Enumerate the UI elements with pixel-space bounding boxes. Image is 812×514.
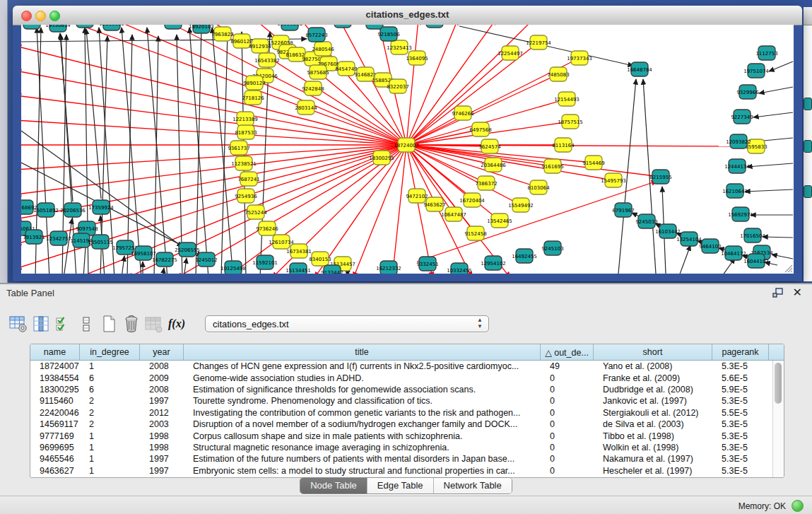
graph-node[interactable]: 2718126 bbox=[242, 90, 264, 105]
citation-graph[interactable]: 1872400718300295796382289601288912934152… bbox=[21, 25, 794, 274]
graph-node[interactable]: 18920103 bbox=[189, 25, 214, 33]
citation-edge-red[interactable] bbox=[21, 145, 406, 170]
graph-node[interactable]: 2480546 bbox=[312, 42, 334, 56]
citation-edge-red[interactable] bbox=[406, 53, 510, 145]
graph-node[interactable]: 16212332 bbox=[376, 261, 401, 274]
graph-node[interactable]: 10332455 bbox=[447, 263, 472, 274]
citation-edge-red[interactable] bbox=[406, 99, 567, 145]
network-canvas[interactable]: 1872400718300295796382289601288912934152… bbox=[21, 25, 794, 274]
row-select-icon[interactable] bbox=[54, 314, 73, 334]
graph-node[interactable]: 9329966 bbox=[736, 85, 759, 99]
delete-table-icon[interactable] bbox=[122, 314, 141, 334]
graph-node[interactable]: 15692971 bbox=[728, 207, 753, 221]
citation-edge-red[interactable] bbox=[406, 25, 458, 145]
graph-node[interactable]: 9890127 bbox=[243, 76, 265, 90]
graph-node[interactable]: 18757515 bbox=[558, 115, 583, 129]
table-row[interactable]: 2242004622012Investigating the contribut… bbox=[30, 407, 784, 419]
graph-node[interactable]: 9361737 bbox=[228, 141, 249, 155]
graph-node[interactable]: 12342757 bbox=[46, 231, 71, 245]
graph-node[interactable]: 9313957 bbox=[73, 25, 95, 28]
close-panel-icon[interactable]: ✕ bbox=[793, 286, 802, 299]
graph-node[interactable]: 16648784 bbox=[627, 62, 652, 76]
tab-node-table[interactable]: Node Table bbox=[300, 478, 367, 493]
scrollbar-thumb[interactable] bbox=[775, 363, 782, 404]
graph-node[interactable]: 9472102 bbox=[406, 189, 428, 203]
resize-grip[interactable] bbox=[783, 263, 793, 273]
graph-node[interactable]: 15134451 bbox=[286, 263, 311, 274]
graph-node[interactable]: 9152458 bbox=[464, 226, 486, 240]
table-row[interactable]: 1938455462009Genome-wide association stu… bbox=[30, 372, 784, 383]
citation-edge-red[interactable] bbox=[392, 145, 406, 274]
graph-node[interactable]: 16492455 bbox=[512, 249, 537, 263]
column-header-pagerank[interactable]: pagerank bbox=[712, 344, 769, 360]
table-row[interactable]: 946362711997Embryonic stem cells: a mode… bbox=[30, 465, 784, 477]
table-row[interactable]: 969969511998Structural magnetic resonanc… bbox=[30, 442, 784, 453]
function-builder-icon[interactable]: f(x) bbox=[167, 314, 187, 334]
graph-node[interactable]: 11592101 bbox=[252, 255, 278, 269]
graph-node[interactable]: 12325413 bbox=[387, 40, 412, 54]
graph-node[interactable]: 9227349 bbox=[731, 110, 753, 124]
graph-node[interactable]: 16543382 bbox=[254, 53, 280, 67]
graph-node[interactable]: 17016504 bbox=[740, 228, 765, 243]
graph-node[interactable]: 6791967 bbox=[612, 203, 634, 217]
graph-node[interactable]: 20206536 bbox=[60, 203, 86, 217]
citation-edge-red[interactable] bbox=[21, 46, 406, 145]
column-header-year[interactable]: year bbox=[140, 344, 184, 360]
citation-edge-black[interactable] bbox=[759, 87, 793, 93]
graph-node[interactable]: 12219754 bbox=[526, 35, 551, 49]
graph-node[interactable]: 3913921 bbox=[23, 230, 45, 244]
graph-node[interactable]: 15723948 bbox=[330, 25, 355, 28]
citation-edge-black[interactable] bbox=[763, 237, 793, 238]
graph-node[interactable]: 9133442 bbox=[321, 265, 343, 274]
graph-node[interactable]: 18813051 bbox=[422, 25, 447, 28]
citation-edge-black[interactable] bbox=[189, 28, 208, 274]
citation-edge-black[interactable] bbox=[163, 268, 164, 274]
merge-rows-icon[interactable] bbox=[76, 314, 96, 334]
graph-node[interactable]: 16053809 bbox=[277, 25, 302, 30]
graph-node[interactable]: 9161695 bbox=[541, 159, 563, 173]
graph-node[interactable]: 15495793 bbox=[601, 173, 626, 187]
graph-node[interactable]: 8572243 bbox=[305, 28, 327, 42]
graph-node[interactable]: 9218506 bbox=[377, 27, 400, 41]
graph-node[interactable]: 12135389 bbox=[99, 25, 124, 30]
vertical-scrollbar[interactable] bbox=[772, 361, 784, 477]
graph-node[interactable]: 9254936 bbox=[235, 189, 257, 203]
graph-node[interactable]: 7687241 bbox=[237, 172, 259, 186]
graph-node[interactable]: 9154469 bbox=[582, 156, 604, 170]
table-row[interactable]: 1830029562008Estimation of significance … bbox=[30, 384, 784, 395]
column-header-title[interactable]: title bbox=[184, 344, 541, 360]
citation-edge-black[interactable] bbox=[122, 256, 124, 274]
graph-node[interactable]: 1364095 bbox=[406, 51, 428, 65]
graph-node[interactable]: 1112753 bbox=[755, 46, 777, 60]
table-row[interactable]: 946554611997Estimation of the future num… bbox=[30, 453, 784, 465]
graph-node[interactable]: 9245012 bbox=[195, 252, 217, 267]
tab-network-table[interactable]: Network Table bbox=[434, 478, 512, 493]
table-row[interactable]: 911546021997Tourette syndrome. Phenomeno… bbox=[30, 395, 784, 407]
citation-edge-black[interactable] bbox=[745, 189, 793, 192]
citation-edge-black[interactable] bbox=[86, 29, 101, 199]
graph-node[interactable]: 8340153 bbox=[309, 252, 331, 266]
citation-edge-black[interactable] bbox=[753, 112, 793, 117]
graph-node[interactable]: 11238521 bbox=[231, 156, 257, 170]
table-select-dropdown[interactable]: citations_edges.txt ▲▼ bbox=[205, 315, 489, 332]
graph-node[interactable]: 8113164 bbox=[552, 138, 575, 152]
tab-edge-table[interactable]: Edge Table bbox=[367, 478, 434, 493]
table-settings-icon[interactable] bbox=[8, 314, 28, 334]
citation-edge-black[interactable] bbox=[769, 62, 793, 71]
graph-node[interactable]: 8322037 bbox=[387, 79, 408, 93]
graph-node[interactable]: 9245033 bbox=[635, 214, 657, 228]
column-header-name[interactable]: name bbox=[30, 344, 80, 360]
graph-node[interactable]: 16210643 bbox=[722, 184, 748, 198]
graph-node[interactable]: 12444134 bbox=[724, 159, 750, 173]
graph-node[interactable]: 8187533 bbox=[235, 125, 257, 139]
graph-node[interactable]: 9463627 bbox=[423, 197, 445, 211]
graph-node[interactable]: 7525244 bbox=[245, 205, 267, 219]
new-table-icon[interactable] bbox=[99, 314, 119, 334]
graph-node[interactable]: 3624574 bbox=[478, 139, 501, 153]
network-window-titlebar[interactable]: citations_edges.txt bbox=[13, 6, 802, 25]
graph-node[interactable]: 19751074 bbox=[743, 64, 769, 78]
citation-edge-black[interactable] bbox=[260, 32, 270, 274]
graph-node[interactable]: 13505135 bbox=[88, 235, 113, 249]
graph-node[interactable]: 10125498 bbox=[220, 261, 246, 274]
graph-node[interactable]: 2803144 bbox=[295, 100, 317, 115]
